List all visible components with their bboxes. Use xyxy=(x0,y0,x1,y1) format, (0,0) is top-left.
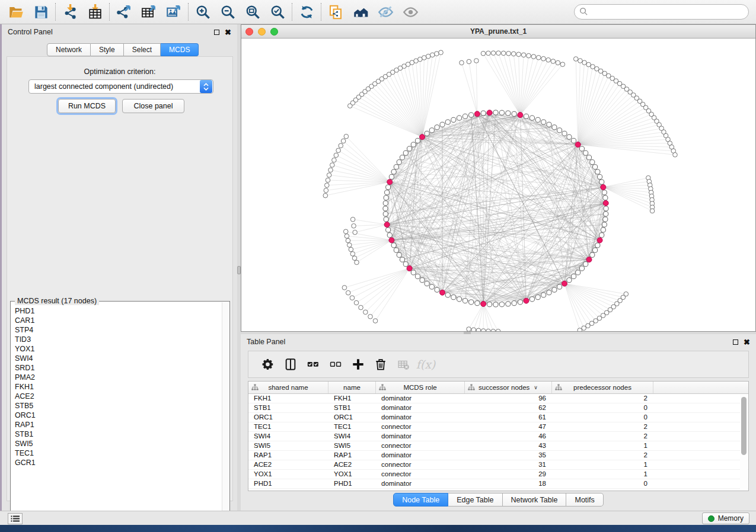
mcds-result-item[interactable]: FKH1 xyxy=(11,382,222,392)
close-panel-icon[interactable]: ✖ xyxy=(225,30,231,35)
cell-mcds-role[interactable]: dominator xyxy=(376,479,465,488)
cell-successor-nodes[interactable]: 31 xyxy=(465,460,552,469)
cell-successor-nodes[interactable]: 62 xyxy=(465,403,552,412)
cell-successor-nodes[interactable]: 43 xyxy=(465,441,552,450)
column-header-predecessor-nodes[interactable]: predecessor nodes xyxy=(552,382,653,393)
cell-predecessor-nodes[interactable]: 1 xyxy=(552,441,653,450)
cell-shared-name[interactable]: SWI5 xyxy=(248,441,328,450)
column-header-mcds-role[interactable]: MCDS role xyxy=(376,382,465,393)
mcds-result-item[interactable]: ACE2 xyxy=(11,392,222,401)
tab-node-table[interactable]: Node Table xyxy=(393,493,448,507)
cell-mcds-role[interactable]: dominator xyxy=(376,413,465,422)
delete-icon[interactable] xyxy=(369,354,392,375)
log-console-button[interactable] xyxy=(8,513,23,524)
scrollbar-thumb[interactable] xyxy=(741,397,747,455)
cell-shared-name[interactable]: SWI4 xyxy=(248,432,328,441)
cell-successor-nodes[interactable]: 47 xyxy=(465,422,552,431)
cell-mcds-role[interactable]: connector xyxy=(376,422,465,431)
cell-successor-nodes[interactable]: 35 xyxy=(465,451,552,460)
cell-predecessor-nodes[interactable]: 2 xyxy=(552,451,653,460)
cell-predecessor-nodes[interactable]: 2 xyxy=(552,432,653,441)
close-panel-icon[interactable]: ✖ xyxy=(744,339,750,345)
cell-name[interactable]: SWI4 xyxy=(328,432,376,441)
cell-mcds-role[interactable]: connector xyxy=(376,441,465,450)
mcds-result-list[interactable]: PHD1CAR1STP4TID3YOX1SWI4SRD1PMA2FKH1ACE2… xyxy=(11,306,222,520)
mcds-result-item[interactable]: STP4 xyxy=(11,325,222,335)
select-all-rows-icon[interactable] xyxy=(302,354,324,375)
hide-selected-icon[interactable] xyxy=(373,2,398,22)
houses-icon[interactable] xyxy=(348,2,373,22)
refresh-icon[interactable] xyxy=(294,2,319,22)
search-input[interactable] xyxy=(574,4,749,20)
import-table-icon[interactable] xyxy=(82,2,107,22)
table-row[interactable]: SWI4SWI4dominator462 xyxy=(248,432,748,441)
cell-shared-name[interactable]: RAP1 xyxy=(248,451,328,460)
cell-name[interactable]: SWI5 xyxy=(328,441,376,450)
mcds-result-item[interactable]: SRD1 xyxy=(11,363,222,373)
criterion-select[interactable]: largest connected component (undirected) xyxy=(28,79,213,94)
mcds-result-item[interactable]: TID3 xyxy=(11,335,222,344)
cell-mcds-role[interactable]: dominator xyxy=(376,432,465,441)
column-header-successor-nodes[interactable]: successor nodes∨ xyxy=(465,382,552,393)
zoom-selected-icon[interactable] xyxy=(265,2,290,22)
tab-network[interactable]: Network xyxy=(47,43,91,56)
export-table-icon[interactable] xyxy=(136,2,161,22)
column-header-shared-name[interactable]: shared name xyxy=(248,382,328,393)
float-panel-icon[interactable] xyxy=(214,30,219,35)
cell-predecessor-nodes[interactable]: 0 xyxy=(552,479,653,488)
cell-name[interactable]: TEC1 xyxy=(328,422,376,431)
deselect-all-rows-icon[interactable] xyxy=(324,354,347,375)
mcds-result-item[interactable]: YOX1 xyxy=(11,344,222,354)
import-network-icon[interactable] xyxy=(58,2,82,22)
table-row[interactable]: TEC1TEC1connector472 xyxy=(248,422,748,432)
mcds-result-item[interactable]: GCR1 xyxy=(11,458,222,467)
table-scrollbar[interactable] xyxy=(740,395,748,490)
cell-predecessor-nodes[interactable]: 2 xyxy=(552,394,653,403)
cell-successor-nodes[interactable]: 46 xyxy=(465,432,552,441)
mcds-result-item[interactable]: SWI5 xyxy=(11,439,222,448)
tab-mcds[interactable]: MCDS xyxy=(161,43,199,56)
mcds-result-item[interactable]: RAP1 xyxy=(11,420,222,430)
cell-mcds-role[interactable]: dominator xyxy=(376,451,465,460)
tab-select[interactable]: Select xyxy=(124,43,161,56)
tab-network-table[interactable]: Network Table xyxy=(503,493,567,507)
cell-shared-name[interactable]: PHD1 xyxy=(248,479,328,488)
cell-successor-nodes[interactable]: 18 xyxy=(465,479,552,488)
table-row[interactable]: YOX1YOX1connector291 xyxy=(248,470,748,479)
cell-predecessor-nodes[interactable]: 1 xyxy=(552,470,653,479)
cell-mcds-role[interactable]: dominator xyxy=(376,403,465,412)
window-close-button[interactable] xyxy=(245,28,253,36)
network-canvas[interactable] xyxy=(241,39,755,331)
cell-shared-name[interactable]: STB1 xyxy=(248,403,328,412)
table-row[interactable]: FKH1FKH1dominator962 xyxy=(248,394,748,403)
show-all-icon[interactable] xyxy=(398,2,423,22)
close-panel-button[interactable]: Close panel xyxy=(122,99,184,113)
add-icon[interactable] xyxy=(347,354,369,375)
memory-button[interactable]: Memory xyxy=(702,512,749,524)
mcds-result-item[interactable]: CAR1 xyxy=(11,316,222,325)
cell-shared-name[interactable]: ORC1 xyxy=(248,413,328,422)
table-row[interactable]: SWI5SWI5connector431 xyxy=(248,441,748,451)
cell-predecessor-nodes[interactable]: 2 xyxy=(552,422,653,431)
cell-shared-name[interactable]: TEC1 xyxy=(248,422,328,431)
open-file-icon[interactable] xyxy=(4,2,28,22)
cell-name[interactable]: RAP1 xyxy=(328,451,376,460)
cell-predecessor-nodes[interactable]: 0 xyxy=(552,413,653,422)
duplicate-network-icon[interactable] xyxy=(323,2,348,22)
window-minimize-button[interactable] xyxy=(258,28,266,36)
cell-predecessor-nodes[interactable]: 0 xyxy=(552,403,653,412)
export-network-icon[interactable] xyxy=(111,2,136,22)
table-row[interactable]: ACE2ACE2connector311 xyxy=(248,460,748,470)
zoom-in-icon[interactable] xyxy=(190,2,215,22)
zoom-fit-icon[interactable] xyxy=(240,2,265,22)
mcds-result-item[interactable]: STB1 xyxy=(11,430,222,439)
tab-edge-table[interactable]: Edge Table xyxy=(448,493,502,507)
cell-successor-nodes[interactable]: 29 xyxy=(465,470,552,479)
cell-mcds-role[interactable]: dominator xyxy=(376,394,465,403)
cell-name[interactable]: FKH1 xyxy=(328,394,376,403)
window-maximize-button[interactable] xyxy=(270,28,278,36)
cell-mcds-role[interactable]: connector xyxy=(376,470,465,479)
cell-name[interactable]: STB1 xyxy=(328,403,376,412)
cell-name[interactable]: ORC1 xyxy=(328,413,376,422)
run-mcds-button[interactable]: Run MCDS xyxy=(58,99,116,113)
